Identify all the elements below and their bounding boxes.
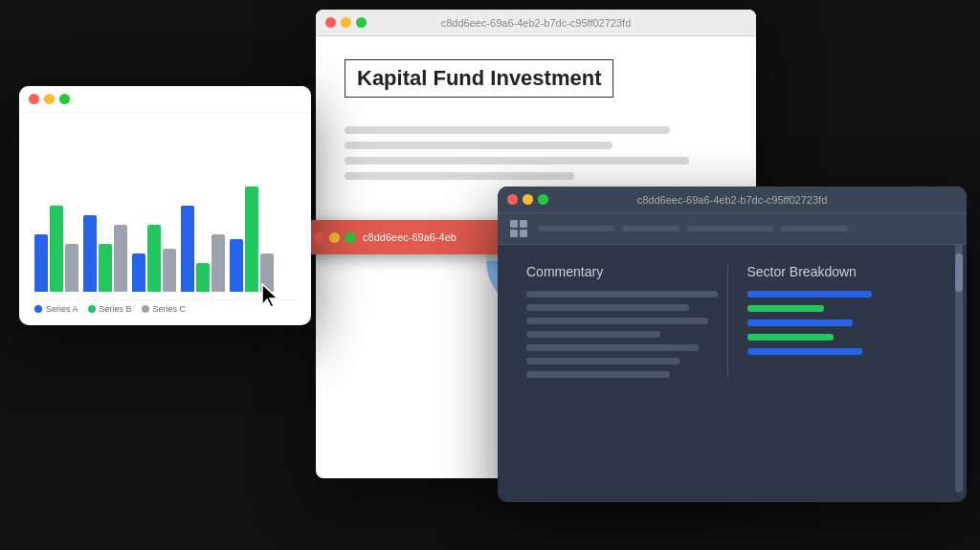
bar-set-5 [230, 187, 274, 292]
scrollbar-track[interactable] [955, 244, 963, 493]
bar-chart-area: Series A Series B Series C [19, 113, 311, 325]
sector-breakdown-title: Sector Breakdown [747, 264, 939, 279]
dot-red[interactable] [325, 17, 336, 28]
text-line-4 [526, 331, 660, 338]
text-line-6 [526, 358, 679, 364]
bar-blue-4 [181, 206, 194, 292]
back-text-lines [345, 126, 727, 180]
legend-gray: Series C [142, 304, 187, 314]
dot-yellow-mid[interactable] [329, 232, 340, 243]
text-line-1 [526, 291, 718, 297]
traffic-lights-left [29, 94, 70, 104]
bar-blue-1 [34, 234, 48, 292]
toolbar-line-4 [781, 226, 848, 231]
bar-set-2 [83, 215, 127, 292]
scrollbar-thumb[interactable] [955, 253, 963, 292]
titlebar-back: c8dd6eec-69a6-4eb2-b7dc-c95ff02723fd [316, 10, 756, 36]
grid-cell-4 [520, 230, 527, 237]
sector-bar-row-2 [747, 305, 939, 312]
chart-legend: Series A Series B Series C [34, 299, 296, 318]
legend-green: Series B [88, 304, 132, 314]
dot-yellow-left[interactable] [44, 94, 55, 104]
sector-bar-row-5 [747, 348, 939, 355]
dot-green[interactable] [356, 17, 367, 28]
dot-yellow-front[interactable] [523, 194, 533, 205]
legend-label-b: Series B [100, 304, 132, 314]
dot-red-left[interactable] [29, 94, 39, 104]
text-line-2 [526, 304, 689, 311]
traffic-lights-back [325, 17, 367, 28]
grid-cell-3 [510, 230, 518, 237]
bar-gray-5 [260, 253, 274, 292]
bar-blue-2 [83, 215, 97, 292]
titlebar-left [19, 86, 311, 113]
toolbar-line-2 [622, 226, 679, 231]
titlebar-front: c8dd6eec-69a6-4eb2-b7dc-c95ff02723fd [498, 187, 967, 213]
sector-bar-5 [747, 348, 862, 355]
back-line-4 [345, 172, 574, 180]
sector-bar-row-1 [747, 291, 939, 297]
bar-blue-3 [132, 253, 145, 292]
bar-gray-1 [65, 244, 78, 292]
dot-red-front[interactable] [507, 194, 518, 205]
text-line-7 [526, 371, 670, 378]
commentary-lines [526, 291, 718, 378]
dot-green-mid[interactable] [345, 232, 355, 243]
back-line-2 [345, 142, 612, 149]
bar-gray-2 [114, 225, 127, 292]
window-mid: c8dd6eec-69a6-4eb [304, 220, 515, 254]
back-line-1 [345, 126, 670, 134]
grid-cell-1 [510, 220, 518, 228]
traffic-lights-front [507, 194, 548, 205]
legend-label-a: Series A [46, 304, 78, 314]
bar-group [34, 148, 296, 292]
back-document-title: Kapital Fund Investment [345, 59, 613, 98]
legend-dot-green [88, 305, 96, 313]
bar-set-1 [34, 206, 78, 292]
bar-green-4 [196, 263, 210, 292]
dot-red-mid[interactable] [314, 232, 324, 243]
sector-breakdown-column: Sector Breakdown [728, 264, 948, 378]
bar-blue-5 [230, 239, 243, 292]
sector-bars [747, 291, 939, 355]
sector-bar-2 [747, 305, 824, 312]
bar-set-4 [181, 206, 225, 292]
legend-label-c: Series C [153, 304, 187, 314]
bar-green-2 [99, 244, 112, 292]
bar-green-5 [245, 187, 258, 292]
text-line-3 [526, 318, 708, 324]
front-toolbar [498, 213, 967, 245]
bar-gray-4 [212, 234, 225, 292]
sector-bar-row-3 [747, 319, 939, 326]
titlebar-front-id: c8dd6eec-69a6-4eb2-b7dc-c95ff02723fd [637, 194, 828, 206]
front-content: Commentary Sector Breakdown [498, 245, 967, 397]
dot-green-left[interactable] [59, 94, 70, 104]
sector-bar-3 [747, 319, 853, 326]
dot-yellow[interactable] [341, 17, 351, 28]
window-front: c8dd6eec-69a6-4eb2-b7dc-c95ff02723fd Com… [498, 187, 967, 502]
traffic-lights-mid [314, 232, 355, 243]
back-line-3 [345, 157, 689, 165]
legend-blue: Series A [34, 304, 78, 314]
legend-dot-gray [142, 305, 149, 313]
bar-green-3 [147, 225, 161, 292]
grid-icon[interactable] [507, 217, 530, 240]
toolbar-line-1 [538, 226, 614, 231]
titlebar-back-id: c8dd6eec-69a6-4eb2-b7dc-c95ff02723fd [441, 17, 632, 29]
bar-set-3 [132, 225, 176, 292]
toolbar-line-3 [687, 226, 773, 231]
dot-green-front[interactable] [538, 194, 548, 205]
text-line-5 [526, 344, 699, 351]
commentary-column: Commentary [517, 264, 728, 378]
window-left: Series A Series B Series C [19, 86, 311, 325]
bar-gray-3 [163, 249, 176, 292]
sector-bar-1 [747, 291, 872, 297]
legend-dot-blue [34, 305, 42, 313]
commentary-title: Commentary [526, 264, 718, 279]
sector-bar-row-4 [747, 334, 939, 341]
scene: c8dd6eec-69a6-4eb2-b7dc-c95ff02723fd Kap… [0, 0, 980, 550]
titlebar-mid-id: c8dd6eec-69a6-4eb [363, 231, 457, 243]
titlebar-mid: c8dd6eec-69a6-4eb [304, 220, 515, 254]
grid-cell-2 [520, 220, 527, 228]
bar-green-1 [50, 206, 63, 292]
